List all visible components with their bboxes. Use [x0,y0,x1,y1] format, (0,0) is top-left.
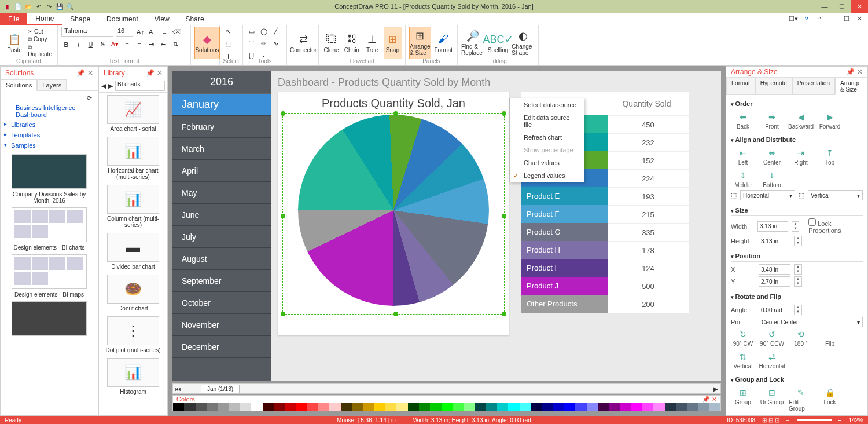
align-header[interactable]: Align and Distribute [731,134,863,145]
lib-item-2[interactable]: 📊Column chart (multi-series) [101,185,165,228]
font-select[interactable]: Tahoma [61,27,113,37]
width-spin[interactable]: ▲▼ [792,221,799,232]
view-icons[interactable]: ⊞ ⊟ ⊡ [762,417,779,423]
color-swatch[interactable] [587,403,598,411]
color-swatch[interactable] [453,403,464,411]
lib-item-0[interactable]: 📈Area chart - serial [101,95,165,132]
outdent-icon[interactable]: ⇤ [159,39,168,49]
width-input[interactable]: 3.13 in [757,221,788,232]
sheet-next-icon[interactable]: ▶ [711,386,720,392]
library-selector[interactable]: BI charts [115,81,165,91]
color-swatch[interactable] [385,403,396,411]
pencil-tool-icon[interactable]: ✏ [259,39,269,49]
templates-node[interactable]: Templates [4,130,94,140]
ungroup-btn[interactable]: ⊟UnGroup [760,388,784,412]
dist-horiz-icon[interactable]: ⬚ [731,192,737,199]
sample-thumb-2[interactable]: Design elements - BI maps [9,254,90,298]
color-swatch[interactable] [609,403,620,411]
color-swatch[interactable] [575,403,586,411]
open-icon[interactable]: 📂 [24,2,32,10]
ellipse-tool-icon[interactable]: ◯ [259,27,269,36]
color-swatch[interactable] [709,403,720,411]
format-button[interactable]: 🖌Format [433,27,454,59]
select-area-icon[interactable]: ⬚ [223,39,233,49]
month-july[interactable]: July [172,226,271,248]
order-header[interactable]: Order [731,98,863,109]
flip-horizontal[interactable]: ⇄Horizontal [760,352,784,370]
color-swatch[interactable] [486,403,497,411]
month-october[interactable]: October [172,292,271,314]
spelling-button[interactable]: ABC✓Spelling [487,27,510,59]
align-left[interactable]: ⇤Left [731,148,755,166]
redo-icon[interactable]: ↷ [45,2,53,10]
solutions-button[interactable]: ◆Solutions [194,27,220,59]
paste-button[interactable]: 📋Paste [3,27,25,59]
color-swatch[interactable] [318,403,329,411]
refresh-icon[interactable]: ⟳ [84,93,94,103]
lib-item-1[interactable]: 📊Horizontal bar chart (multi-series) [101,137,165,180]
color-swatch[interactable] [665,403,676,411]
color-swatch[interactable] [251,403,262,411]
italic-icon[interactable]: I [73,39,83,49]
tree-button[interactable]: ⊥Tree [363,27,381,59]
arr-tab-hypernote[interactable]: Hypernote [755,78,792,94]
dist-vert-icon[interactable]: ⬚ [799,192,804,199]
color-swatch[interactable] [676,403,687,411]
align-middle[interactable]: ⇕Middle [731,170,755,188]
maximize-button[interactable]: ☐ [833,0,851,13]
color-swatch[interactable] [598,403,609,411]
pin-select[interactable]: Center-Center▾ [759,317,863,327]
color-swatch[interactable] [229,403,240,411]
copy-button[interactable]: ⧉ Copy [28,36,54,43]
save-icon[interactable]: 💾 [56,2,64,10]
month-january[interactable]: January [172,94,271,116]
close-panel-icon[interactable]: ✕ [857,68,863,76]
minimize-button[interactable]: — [816,0,833,13]
color-swatch[interactable] [687,403,698,411]
sample-thumb-0[interactable]: Company Divisions Sales by Month, 2016 [9,154,90,204]
tab-share[interactable]: Share [178,13,212,25]
libraries-node[interactable]: Libraries [4,119,94,130]
arr-tab-arrange[interactable]: Arrange & Size [835,78,867,95]
color-swatch[interactable] [631,403,642,411]
x-spin[interactable]: ▲▼ [794,264,802,275]
pin-icon[interactable]: 📌 [846,68,855,76]
line-tool-icon[interactable]: ╱ [271,27,281,36]
snap-button[interactable]: ⊞Snap [384,27,402,59]
arc-tool-icon[interactable]: ⌒ [247,39,256,49]
indent-icon[interactable]: ⇥ [146,39,156,49]
color-swatch[interactable] [653,403,664,411]
font-size-select[interactable]: 16 [116,27,133,37]
month-november[interactable]: November [172,314,271,336]
find-replace-button[interactable]: 🔎Find & Replace [461,27,484,59]
month-may[interactable]: May [172,182,271,204]
rotate-cw[interactable]: ↻90° CW [731,329,755,347]
ctx-select-data[interactable]: Select data source [510,98,584,111]
clear-format-icon[interactable]: ⌫ [172,27,182,37]
group-header[interactable]: Group and Lock [731,374,863,385]
month-december[interactable]: December [172,336,271,358]
rotate-180[interactable]: ⟲180 ° [789,329,813,347]
layers-tab[interactable]: Layers [37,79,67,90]
tab-shape[interactable]: Shape [62,13,98,25]
sample-thumb-1[interactable]: Design elements - BI charts [9,207,90,251]
cut-button[interactable]: ✂ Cut [28,28,54,35]
month-april[interactable]: April [172,160,271,182]
color-swatch[interactable] [620,403,631,411]
month-february[interactable]: February [172,116,271,138]
color-swatch[interactable] [218,403,229,411]
align-kind-icon[interactable]: ≡ [134,39,144,49]
color-swatch[interactable] [642,403,653,411]
month-june[interactable]: June [172,204,271,226]
color-swatch[interactable] [475,403,486,411]
doc-max-icon[interactable]: ☐ [841,14,851,24]
color-swatch[interactable] [240,403,251,411]
color-swatch[interactable] [553,403,564,411]
lib-item-4[interactable]: 🍩Donut chart [101,275,165,312]
color-swatch[interactable] [497,403,508,411]
color-swatch[interactable] [531,403,542,411]
color-swatch[interactable] [329,403,340,411]
ctx-refresh[interactable]: Refresh chart [510,131,584,144]
tab-home[interactable]: Home [27,13,62,25]
height-spin[interactable]: ▲▼ [794,236,802,246]
